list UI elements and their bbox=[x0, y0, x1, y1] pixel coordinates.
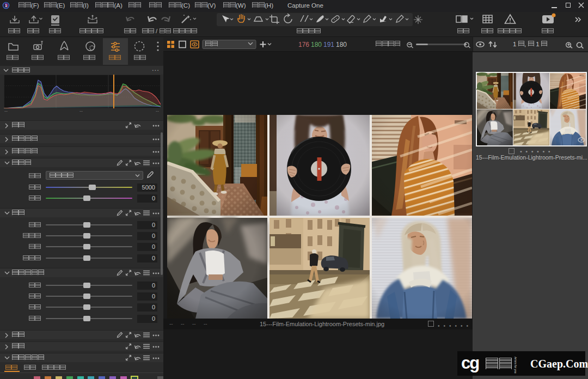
svg-text:180: 180 bbox=[311, 41, 322, 48]
svg-text:176: 176 bbox=[298, 41, 309, 48]
svg-text:1: 1 bbox=[5, 3, 8, 8]
svg-text:180: 180 bbox=[336, 41, 347, 48]
svg-text:191: 191 bbox=[323, 41, 334, 48]
